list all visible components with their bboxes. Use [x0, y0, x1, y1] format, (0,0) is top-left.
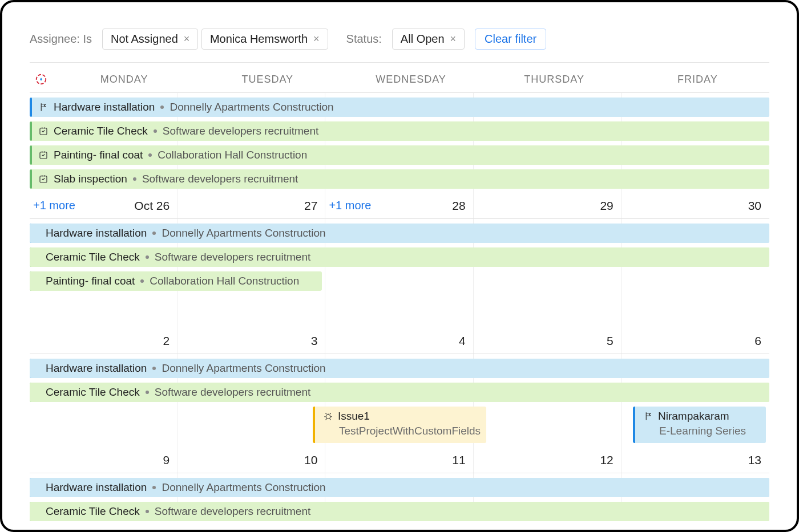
calendar-week: Hardware installationDonnelly Apartments… [30, 218, 769, 354]
separator-dot [133, 177, 136, 181]
event-project: Donnelly Apartments Construction [170, 101, 333, 113]
date-label: 30 [748, 199, 761, 213]
date-cell[interactable]: 4 [325, 334, 473, 348]
date-label: 4 [459, 334, 466, 348]
date-label: 12 [600, 453, 613, 467]
day-header-wednesday: WEDNESDAY [339, 74, 482, 86]
date-label: 6 [754, 334, 761, 348]
event-project: Collaboration Hall Construction [150, 275, 299, 287]
date-label: 27 [304, 199, 317, 213]
event-title: Ceramic Tile Check [46, 251, 140, 263]
calendar-event[interactable]: Ceramic Tile CheckSoftware developers re… [30, 247, 769, 267]
separator-dot [152, 486, 156, 489]
box-project: E-Learning Series [643, 425, 760, 437]
bug-icon [323, 411, 333, 421]
date-cell[interactable]: 10 [177, 453, 325, 467]
separator-dot [146, 391, 149, 394]
assignee-chip-1[interactable]: Monica Hemsworth× [201, 29, 328, 50]
task-icon [38, 126, 49, 136]
calendar-event[interactable]: Hardware installationDonnelly Apartments… [30, 98, 769, 117]
separator-dot [146, 255, 149, 259]
date-cell[interactable]: 11 [325, 453, 473, 467]
event-title: Hardware installation [54, 101, 155, 113]
chip-remove-icon[interactable]: × [184, 33, 190, 45]
chip-remove-icon[interactable]: × [313, 33, 320, 45]
date-label: 29 [600, 199, 613, 213]
separator-dot [146, 510, 149, 513]
date-label: 9 [163, 453, 170, 467]
event-title: Painting- final coat [54, 149, 143, 161]
calendar-event[interactable]: Hardware installationDonnelly Apartments… [30, 224, 769, 243]
calendar-item-box[interactable]: Issue1TestProjectWithCustomFields [313, 407, 486, 443]
calendar-event[interactable]: Ceramic Tile CheckSoftware developers re… [30, 383, 769, 402]
event-project: Software developers recruitment [155, 505, 311, 518]
day-header-friday: FRIDAY [626, 74, 769, 86]
event-title: Ceramic Tile Check [46, 505, 140, 518]
separator-dot [148, 153, 152, 157]
date-cell[interactable]: 13 [622, 453, 769, 467]
assignee-chip-0[interactable]: Not Assigned× [102, 29, 198, 50]
box-title: Issue1 [338, 410, 370, 423]
date-cell[interactable]: 27 [177, 199, 325, 213]
event-title: Hardware installation [46, 362, 147, 375]
date-cell[interactable]: 5 [474, 334, 622, 348]
date-label: 13 [748, 453, 761, 467]
event-project: Donnelly Apartments Construction [162, 227, 325, 239]
date-label: 5 [607, 334, 614, 348]
status-chip-0[interactable]: All Open× [392, 29, 465, 50]
date-label: 3 [311, 334, 318, 348]
separator-dot [160, 105, 164, 109]
day-header-monday: MONDAY [53, 74, 196, 86]
divider [30, 62, 769, 63]
box-title: Nirampakaram [658, 410, 729, 423]
chip-label: All Open [401, 33, 445, 46]
date-cell[interactable]: 3 [177, 334, 325, 348]
date-cell[interactable]: 12 [474, 453, 622, 467]
status-label: Status: [346, 33, 382, 46]
calendar-event[interactable]: Ceramic Tile CheckSoftware developers re… [30, 121, 769, 141]
date-cell[interactable]: +1 more28 [325, 199, 473, 213]
event-project: Software developers recruitment [142, 173, 298, 185]
date-label: 2 [163, 334, 170, 348]
more-events-link[interactable]: +1 more [325, 199, 371, 213]
calendar-weeks: Hardware installationDonnelly Apartments… [30, 92, 769, 530]
date-cell[interactable]: +1 moreOct 26 [30, 199, 177, 213]
date-cell[interactable]: 2 [30, 334, 177, 348]
date-cell[interactable]: 6 [622, 334, 769, 348]
calendar-event[interactable]: Painting- final coatCollaboration Hall C… [30, 145, 769, 165]
chip-remove-icon[interactable]: × [450, 33, 457, 45]
event-project: Software developers recruitment [155, 251, 311, 263]
calendar-event[interactable]: Painting- final coatCollaboration Hall C… [30, 271, 322, 291]
calendar-event[interactable]: Slab inspectionSoftware developers recru… [30, 169, 769, 189]
separator-dot [152, 367, 156, 370]
calendar-event[interactable]: Ceramic Tile CheckSoftware developers re… [30, 502, 769, 521]
calendar-settings-button[interactable] [30, 73, 53, 86]
event-project: Donnelly Apartments Construction [162, 362, 325, 375]
clear-filter-button[interactable]: Clear filter [475, 29, 546, 50]
svg-point-4 [326, 415, 330, 419]
filter-bar: Assignee: Is Not Assigned× Monica Hemswo… [30, 26, 769, 62]
milestone-icon [643, 411, 653, 421]
assignee-label: Assignee: Is [30, 33, 92, 46]
day-header-thursday: THURSDAY [483, 74, 626, 86]
event-title: Slab inspection [54, 173, 127, 185]
event-title: Painting- final coat [46, 275, 135, 287]
date-cell[interactable]: 9 [30, 453, 177, 467]
date-label: 28 [452, 199, 465, 213]
event-title: Ceramic Tile Check [46, 386, 140, 399]
calendar-event[interactable]: Hardware installationDonnelly Apartments… [30, 478, 769, 497]
date-cell[interactable]: 29 [474, 199, 622, 213]
more-events-link[interactable]: +1 more [30, 199, 75, 213]
task-icon [38, 150, 49, 160]
date-label: Oct 26 [134, 199, 170, 213]
date-cell[interactable]: 30 [622, 199, 769, 213]
chip-label: Not Assigned [111, 33, 178, 46]
chip-label: Monica Hemsworth [210, 33, 308, 46]
calendar-item-box[interactable]: NirampakaramE-Learning Series [633, 407, 766, 443]
calendar-event[interactable]: Hardware installationDonnelly Apartments… [30, 359, 769, 378]
event-project: Software developers recruitment [163, 125, 319, 137]
task-icon [38, 174, 49, 184]
date-label: 10 [304, 453, 317, 467]
milestone-icon [38, 102, 49, 112]
day-header-tuesday: TUESDAY [196, 74, 339, 86]
